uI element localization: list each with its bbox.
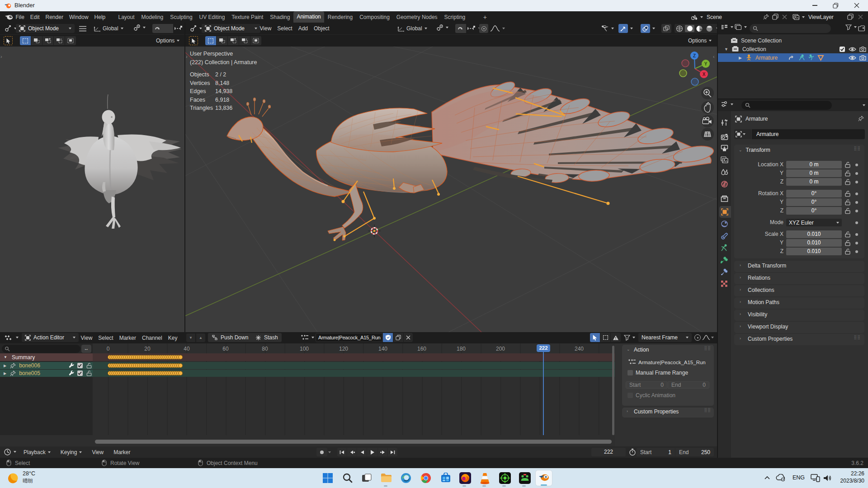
svg-text:Z: Z: [693, 53, 696, 58]
svg-text:Y: Y: [704, 61, 708, 66]
svg-text:X: X: [703, 72, 706, 77]
